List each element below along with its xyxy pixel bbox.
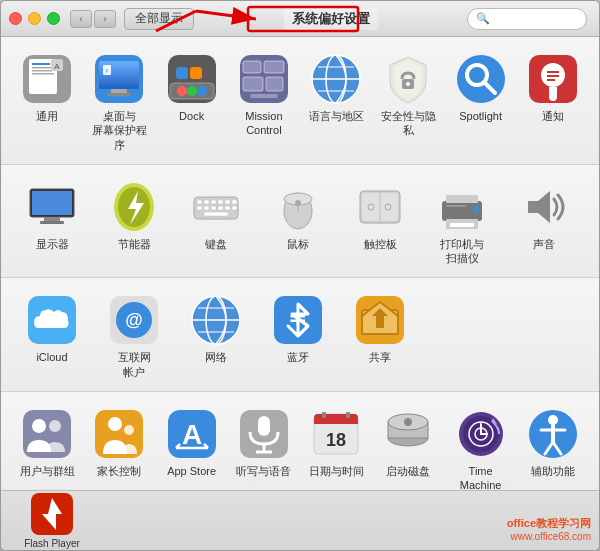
- window-title: 系统偏好设置: [284, 8, 378, 30]
- keyboard-icon: [190, 181, 242, 233]
- close-button[interactable]: [9, 12, 22, 25]
- network-icon-item[interactable]: 网络: [175, 290, 257, 368]
- flash-icon: [30, 492, 74, 536]
- accessibility-label: 辅助功能: [531, 464, 575, 478]
- svg-rect-7: [32, 67, 54, 69]
- dock-icon-item[interactable]: Dock: [156, 49, 228, 127]
- watermark-line1: office教程学习网: [507, 516, 591, 531]
- mission-icon: [238, 53, 290, 105]
- mouse-icon-item[interactable]: 鼠标: [257, 177, 339, 255]
- dock-label: Dock: [179, 109, 204, 123]
- spotlight-label: Spotlight: [459, 109, 502, 123]
- spotlight-icon-item[interactable]: Spotlight: [445, 49, 517, 127]
- printer-label: 打印机与扫描仪: [440, 237, 484, 266]
- search-icon: 🔍: [476, 12, 490, 25]
- sound-icon-item[interactable]: 声音: [503, 177, 585, 255]
- svg-text:@: @: [125, 310, 143, 330]
- desktop-icon-item[interactable]: F 桌面与屏幕保护程序: [83, 49, 155, 156]
- back-button[interactable]: ‹: [70, 10, 92, 28]
- notify-icon-item[interactable]: 通知: [517, 49, 589, 127]
- svg-rect-6: [32, 63, 50, 65]
- timemachine-label: Time Machine: [449, 464, 513, 490]
- dictation-icon-item[interactable]: 听写与语音: [228, 404, 300, 482]
- language-icon-item[interactable]: 语言与地区: [300, 49, 372, 127]
- titlebar: ‹ › 全部显示 系统偏好设置 🔍: [1, 1, 599, 37]
- datetime-label: 日期与时间: [309, 464, 364, 478]
- svg-rect-29: [243, 77, 263, 91]
- svg-rect-25: [190, 67, 202, 79]
- keyboard-icon-item[interactable]: 键盘: [175, 177, 257, 255]
- parental-icon: [93, 408, 145, 460]
- svg-rect-15: [111, 89, 127, 93]
- sharing-icon: [354, 294, 406, 346]
- hardware-icons-row: 显示器 节能器: [11, 177, 589, 270]
- svg-point-40: [457, 55, 505, 103]
- datetime-icon: 18: [310, 408, 362, 460]
- security-icon: [382, 53, 434, 105]
- svg-rect-80: [446, 195, 478, 203]
- parental-icon-item[interactable]: 家长控制: [83, 404, 155, 482]
- svg-rect-118: [258, 416, 270, 436]
- personal-section: A 通用: [1, 37, 599, 165]
- notify-label: 通知: [542, 109, 564, 123]
- svg-rect-47: [547, 71, 559, 73]
- svg-rect-60: [218, 200, 223, 204]
- timemachine-icon-item[interactable]: Time Machine: [445, 404, 517, 490]
- svg-rect-69: [204, 212, 228, 216]
- network-icon: [190, 294, 242, 346]
- svg-rect-8: [32, 70, 52, 72]
- svg-point-132: [404, 418, 412, 426]
- mouse-label: 鼠标: [287, 237, 309, 251]
- general-label: 通用: [36, 109, 58, 123]
- svg-rect-16: [107, 93, 131, 96]
- startup-label: 启动磁盘: [386, 464, 430, 478]
- language-icon: [310, 53, 362, 105]
- flash-icon-item[interactable]: Flash Player: [11, 488, 93, 551]
- flash-label: Flash Player: [24, 538, 80, 549]
- maximize-button[interactable]: [47, 12, 60, 25]
- svg-rect-66: [218, 206, 223, 210]
- mission-icon-item[interactable]: MissionControl: [228, 49, 300, 142]
- trackpad-icon-item[interactable]: 触控板: [339, 177, 421, 255]
- search-input[interactable]: [493, 13, 578, 25]
- svg-point-21: [177, 86, 187, 96]
- system-preferences-window: ‹ › 全部显示 系统偏好设置 🔍: [0, 0, 600, 551]
- sharing-icon-item[interactable]: 共享: [339, 290, 421, 368]
- security-icon-item[interactable]: 安全性与隐私: [372, 49, 444, 142]
- svg-rect-82: [450, 223, 474, 227]
- svg-rect-67: [225, 206, 230, 210]
- datetime-icon-item[interactable]: 18 日期与时间: [300, 404, 372, 482]
- general-icon-item[interactable]: A 通用: [11, 49, 83, 127]
- search-box[interactable]: 🔍: [467, 8, 587, 30]
- svg-marker-85: [528, 191, 550, 223]
- notify-icon: [527, 53, 579, 105]
- energy-icon-item[interactable]: 节能器: [93, 177, 175, 255]
- icloud-icon-item[interactable]: iCloud: [11, 290, 93, 368]
- svg-rect-31: [250, 94, 278, 98]
- display-icon-item[interactable]: 显示器: [11, 177, 93, 255]
- users-icon-item[interactable]: 用户与群组: [11, 404, 83, 482]
- svg-rect-61: [225, 200, 230, 204]
- svg-text:18: 18: [326, 430, 346, 450]
- minimize-button[interactable]: [28, 12, 41, 25]
- svg-text:A: A: [182, 419, 202, 450]
- svg-point-46: [549, 93, 557, 101]
- bluetooth-icon-item[interactable]: ⧧ 蓝牙: [257, 290, 339, 368]
- users-label: 用户与群组: [20, 464, 75, 478]
- preferences-content: A 通用: [1, 37, 599, 490]
- appstore-icon-item[interactable]: A App Store: [156, 404, 228, 482]
- startup-icon-item[interactable]: ? 启动磁盘: [372, 404, 444, 482]
- accessibility-icon-item[interactable]: 辅助功能: [517, 404, 589, 482]
- forward-button[interactable]: ›: [94, 10, 116, 28]
- trackpad-label: 触控板: [364, 237, 397, 251]
- svg-rect-59: [211, 200, 216, 204]
- svg-rect-30: [266, 77, 283, 91]
- display-icon: [26, 181, 78, 233]
- energy-label: 节能器: [118, 237, 151, 251]
- svg-rect-9: [32, 73, 54, 75]
- svg-rect-123: [314, 420, 358, 424]
- bluetooth-label: 蓝牙: [287, 350, 309, 364]
- internet-icon-item[interactable]: @ 互联网帐户: [93, 290, 175, 383]
- printer-icon-item[interactable]: 打印机与扫描仪: [421, 177, 503, 270]
- show-all-button[interactable]: 全部显示: [124, 8, 194, 30]
